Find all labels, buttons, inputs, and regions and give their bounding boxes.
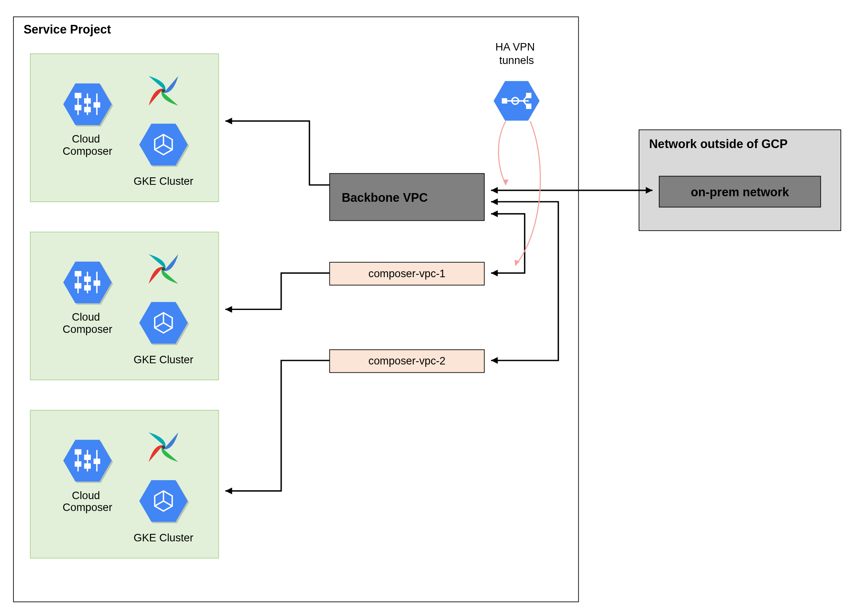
composer-vpc-1-label: composer-vpc-1 [368,267,446,280]
composer-env-3: Cloud Composer GKE Cluster [30,410,219,558]
vpn-hub-icon [494,81,540,120]
network-outside-gcp-label: Network outside of GCP [649,137,788,150]
gke-cluster-label: GKE Cluster [133,353,193,366]
on-prem-network-label: on-prem network [691,185,790,199]
gke-cluster-label: GKE Cluster [133,531,193,544]
composer-env-1: Cloud Composer GKE Cluster [30,54,219,202]
arrow-vpc1-backbone [491,210,524,276]
backbone-vpc-box: Backbone VPC [330,173,485,220]
gke-cluster-label: GKE Cluster [133,175,193,187]
arrow-backbone-onprem [491,187,652,193]
vpn-tunnel-to-backbone [498,121,508,185]
arrow-backbone-to-env1 [226,118,330,185]
arrow-vpc1-to-env2 [226,273,330,312]
arrow-vpc2-to-env3 [226,361,330,494]
network-outside-gcp-container: Network outside of GCP on-prem network [639,130,841,231]
ha-vpn-tunnels: HA VPN tunnels [494,41,540,121]
composer-vpc-2-box: composer-vpc-2 [330,350,485,373]
service-project-title: Service Project [24,23,111,36]
composer-vpc-2-label: composer-vpc-2 [368,355,446,367]
composer-vpc-1-box: composer-vpc-1 [330,262,485,285]
composer-env-2: Cloud Composer GKE Cluster [30,232,219,380]
svg-text:HA VPN
      tunnels: HA VPN tunnels [495,41,538,66]
architecture-diagram: Service Project Cloud Composer GKE Clust… [0,0,861,616]
backbone-vpc-label: Backbone VPC [342,191,428,204]
vpn-tunnel-to-vpc1 [513,121,540,267]
